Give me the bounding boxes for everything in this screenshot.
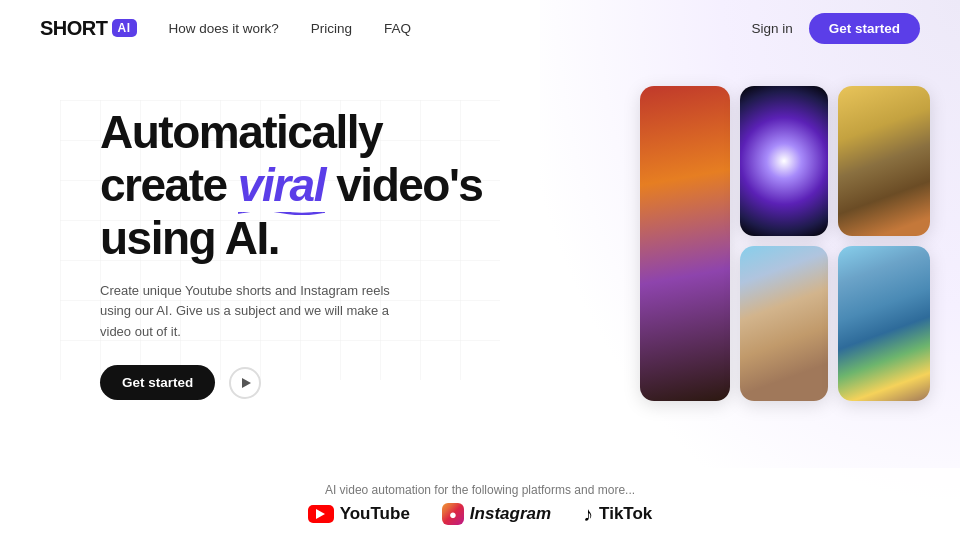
nav-left: SHORT AI How does it work? Pricing FAQ <box>40 17 411 40</box>
instagram-icon: ● <box>442 503 464 525</box>
video-card-city <box>740 246 828 401</box>
platform-youtube: YouTube <box>308 504 410 524</box>
video-thumbnail-city <box>740 246 828 401</box>
video-card-vortex <box>740 86 828 236</box>
nav-pricing[interactable]: Pricing <box>311 21 352 36</box>
platform-tiktok: ♪ TikTok <box>583 504 652 524</box>
video-card-dog <box>838 86 930 236</box>
hero-text: Automatically create viral video's using… <box>100 86 520 400</box>
platform-logos: YouTube ● Instagram ♪ TikTok <box>308 503 653 525</box>
nav-faq[interactable]: FAQ <box>384 21 411 36</box>
play-button[interactable] <box>229 367 261 399</box>
logo[interactable]: SHORT AI <box>40 17 137 40</box>
video-thumbnail-dog <box>838 86 930 236</box>
logo-badge: AI <box>112 19 137 37</box>
get-started-nav-button[interactable]: Get started <box>809 13 920 44</box>
hero-actions: Get started <box>100 365 520 400</box>
tiktok-icon: ♪ <box>583 504 593 524</box>
youtube-label: YouTube <box>340 504 410 524</box>
hero-title: Automatically create viral video's using… <box>100 106 520 265</box>
platform-label: AI video automation for the following pl… <box>325 483 635 497</box>
platform-bar: AI video automation for the following pl… <box>0 468 960 540</box>
tiktok-label: TikTok <box>599 504 652 524</box>
video-card-sunset <box>640 86 730 401</box>
signin-button[interactable]: Sign in <box>751 21 792 36</box>
youtube-icon <box>308 505 334 523</box>
get-started-hero-button[interactable]: Get started <box>100 365 215 400</box>
platform-instagram: ● Instagram <box>442 503 551 525</box>
video-thumbnail-vortex <box>740 86 828 236</box>
navbar: SHORT AI How does it work? Pricing FAQ S… <box>0 0 960 56</box>
nav-right: Sign in Get started <box>751 13 920 44</box>
nav-how-it-works[interactable]: How does it work? <box>169 21 279 36</box>
hero-highlight-viral: viral <box>238 159 325 211</box>
video-grid <box>640 86 930 401</box>
video-thumbnail-futuristic <box>838 246 930 401</box>
video-card-futuristic <box>838 246 930 401</box>
logo-text: SHORT <box>40 17 108 40</box>
instagram-label: Instagram <box>470 504 551 524</box>
hero-subtitle: Create unique Youtube shorts and Instagr… <box>100 281 400 343</box>
video-thumbnail-sunset <box>640 86 730 401</box>
hero-section: Automatically create viral video's using… <box>0 56 960 470</box>
